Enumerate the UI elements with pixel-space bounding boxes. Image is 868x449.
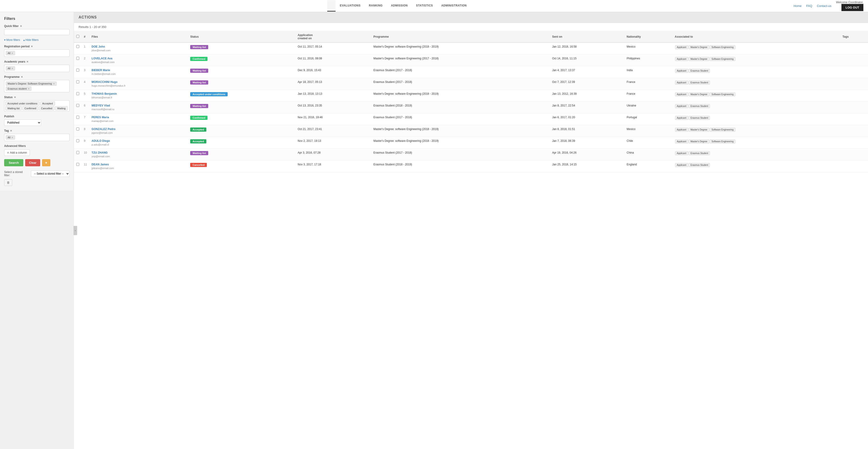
add-column-button[interactable]: ≡ Add a column: [4, 150, 30, 156]
registration-period-label: Registration period ✕: [4, 45, 69, 48]
tag-badge: Master's Degree: [689, 128, 709, 132]
applicant-name[interactable]: MEDYEV Vlad: [92, 104, 186, 107]
row-num: 8: [82, 125, 89, 137]
applicant-name[interactable]: LOVELACE Ava: [92, 57, 186, 60]
stored-filter-select[interactable]: -- Select a stored filter --: [31, 170, 69, 177]
status-label: Status ✕: [4, 96, 69, 99]
registration-period-clear[interactable]: ✕: [31, 45, 33, 48]
row-associated: ApplicantMaster's DegreeSoftware Enginee…: [673, 137, 840, 149]
tag-badge: Applicant: [675, 139, 688, 143]
status-confirmed[interactable]: Confirmed: [23, 106, 38, 110]
tab-administration[interactable]: ADMINISTRATION: [437, 0, 471, 11]
row-checkbox[interactable]: [76, 104, 79, 107]
row-checkbox[interactable]: [76, 163, 79, 166]
tab-statistics[interactable]: STATISTICS: [412, 0, 437, 11]
tag-tags: All ✕: [4, 134, 69, 141]
applicant-name[interactable]: DEAN James: [92, 163, 186, 166]
row-status: Confirmed: [188, 55, 295, 66]
applicant-name[interactable]: TZU ZHANG: [92, 151, 186, 154]
applicant-name[interactable]: BIEBER Marie: [92, 69, 186, 72]
row-files: THOMAS Benjamin bthomas@email.fr: [89, 90, 188, 102]
home-link[interactable]: Home: [794, 4, 802, 8]
row-checkbox[interactable]: [76, 116, 79, 119]
tag-badge: Erasmus Student: [689, 81, 710, 85]
row-files: ADULO Diego p.adu@cmail.cl: [89, 137, 188, 149]
tab-evaluations[interactable]: EVALUATIONS: [336, 0, 365, 11]
status-badge: Confirmed: [190, 116, 208, 120]
row-checkbox[interactable]: [76, 57, 79, 60]
quick-filter-input[interactable]: [4, 29, 69, 35]
tab-files[interactable]: [327, 0, 336, 11]
contact-link[interactable]: Contact-us: [817, 4, 832, 8]
applicant-name[interactable]: MORACCHINI Hugo: [92, 81, 186, 84]
row-checkbox[interactable]: [76, 151, 79, 154]
actions-title: ACTIONS: [79, 15, 97, 19]
row-checkbox[interactable]: [76, 69, 79, 72]
star-button[interactable]: ★: [42, 159, 51, 166]
status-badge: Cancelled: [190, 163, 207, 167]
academic-all-tag[interactable]: All ✕: [6, 66, 15, 70]
col-tags: Tags: [840, 31, 868, 42]
applicant-name[interactable]: THOMAS Benjamin: [92, 92, 186, 95]
applicant-name[interactable]: GONZALEZ Pedro: [92, 128, 186, 131]
select-all-checkbox[interactable]: [76, 35, 79, 38]
applicant-name[interactable]: ADULO Diego: [92, 139, 186, 142]
programme-tag-erasmus[interactable]: Erasmus student ✕: [6, 87, 31, 91]
tag-badge: Erasmus Student: [689, 151, 710, 155]
programme-clear[interactable]: ✕: [21, 75, 23, 78]
clear-button[interactable]: Clear: [25, 159, 40, 166]
tab-admission[interactable]: ADMISSION: [387, 0, 412, 11]
academic-years-clear[interactable]: ✕: [26, 60, 28, 63]
applicant-email: pgonz@email.com: [92, 131, 113, 134]
publish-select[interactable]: Published All Not published: [4, 120, 41, 126]
row-tags-col: [840, 161, 868, 172]
row-programme: Master's Degree: software Engineering (2…: [371, 42, 550, 55]
row-num: 10: [82, 149, 89, 161]
row-checkbox[interactable]: [76, 139, 79, 142]
programme-section: Programme ✕ Master's Degree: Software En…: [4, 75, 69, 92]
more-filters-btn[interactable]: ▾ More filters: [4, 38, 20, 41]
status-clear[interactable]: ✕: [14, 96, 16, 99]
table-row: 1 DOE John jdoe@email.com Waiting list O…: [74, 42, 868, 55]
row-sent-on: Jan 7, 2018, 06:39: [550, 137, 624, 149]
trash-button[interactable]: 🗑: [4, 179, 12, 186]
row-nationality: Portugal: [624, 114, 673, 125]
row-tags-col: [840, 78, 868, 90]
row-checkbox[interactable]: [76, 128, 79, 130]
applicant-name[interactable]: DOE John: [92, 45, 186, 48]
row-files: MORACCHINI Hugo hugo.moracchini@emundus.…: [89, 78, 188, 90]
faq-link[interactable]: FAQ: [806, 4, 812, 8]
status-accepted[interactable]: Accepted: [40, 101, 55, 105]
row-app-date: Nov 21, 2016, 19:46: [295, 114, 371, 125]
row-status: Waiting list: [188, 78, 295, 90]
row-files: DEAN James jjdeano@email.com: [89, 161, 188, 172]
applicant-name[interactable]: PERES Maria: [92, 116, 186, 119]
tab-ranking[interactable]: RANKING: [365, 0, 387, 11]
row-checkbox[interactable]: [76, 92, 79, 95]
status-accepted-conditions[interactable]: Accepted under conditions: [5, 101, 39, 105]
hide-filters-btn[interactable]: ▴ Hide filters: [23, 38, 39, 41]
logout-button[interactable]: LOG OUT: [841, 4, 863, 11]
row-tags-col: [840, 42, 868, 55]
row-nationality: Mexico: [624, 125, 673, 137]
search-button[interactable]: Search: [4, 159, 23, 166]
status-waiting-list[interactable]: Waiting list: [5, 106, 22, 110]
status-waiting[interactable]: Waiting: [55, 106, 67, 110]
row-checkbox[interactable]: [76, 45, 79, 48]
applicant-email: avalove@email.com: [92, 61, 114, 64]
registration-all-tag[interactable]: All ✕: [6, 51, 15, 55]
row-nationality: Chile: [624, 137, 673, 149]
tag-badge: Master's Degree: [689, 139, 709, 143]
programme-tag-masters[interactable]: Master's Degree: Software Engineering ✕: [6, 82, 57, 86]
applicant-email: jdoe@email.com: [92, 49, 111, 52]
sidebar-collapse-arrow[interactable]: ‹: [73, 226, 77, 235]
row-associated: ApplicantErasmus Student: [673, 114, 840, 125]
row-num: 6: [82, 102, 89, 114]
tag-all-tag[interactable]: All ✕: [6, 135, 15, 139]
row-programme: Erasmus Student (2017 - 2018): [371, 78, 550, 90]
quick-filter-clear[interactable]: ✕: [20, 25, 22, 28]
list-icon: ≡: [7, 151, 9, 154]
status-cancelled[interactable]: Cancelled: [39, 106, 55, 110]
row-checkbox[interactable]: [76, 81, 79, 84]
tag-clear[interactable]: ✕: [10, 129, 12, 132]
